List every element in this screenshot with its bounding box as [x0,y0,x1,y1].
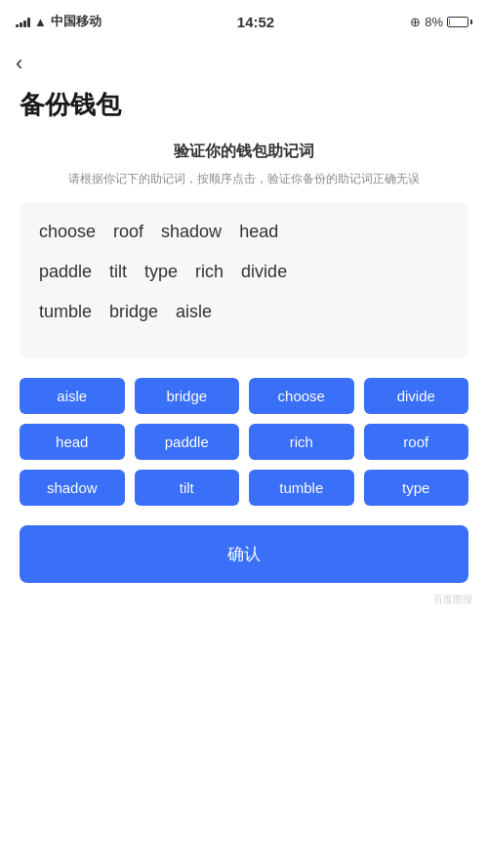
display-word-head: head [239,222,278,242]
display-word-tumble: tumble [39,302,92,322]
display-word-type: type [144,262,178,282]
status-right: ⊕ 8% [410,15,472,29]
confirm-button[interactable]: 确认 [20,525,468,583]
display-word-aisle: aisle [176,302,212,322]
word-display-row-2: paddle tilt type rich divide [39,262,449,282]
chip-paddle[interactable]: paddle [135,424,240,460]
confirm-btn-area: 确认 [20,525,468,583]
signal-icon [16,16,30,27]
word-display-row-3: tumble bridge aisle [39,302,449,322]
chips-area: aisle bridge choose divide head paddle r… [20,378,468,506]
display-word-bridge: bridge [109,302,158,322]
chips-grid: aisle bridge choose divide head paddle r… [20,378,468,506]
chip-tilt[interactable]: tilt [135,470,240,506]
chip-shadow[interactable]: shadow [20,470,125,506]
display-word-shadow: shadow [161,222,222,242]
battery-icon: ⊕ [410,15,421,29]
chip-rich[interactable]: rich [249,424,354,460]
section-desc: 请根据你记下的助记词，按顺序点击，验证你备份的助记词正确无误 [0,170,488,188]
display-word-divide: divide [241,262,287,282]
status-time: 14:52 [237,14,274,30]
display-word-paddle: paddle [39,262,92,282]
watermark: 百度图报 [0,583,488,616]
display-word-roof: roof [113,222,143,242]
status-carrier: ▲ 中国移动 [16,13,102,30]
display-word-choose: choose [39,222,96,242]
chip-type[interactable]: type [364,470,469,506]
chip-roof[interactable]: roof [364,424,469,460]
status-bar: ▲ 中国移动 14:52 ⊕ 8% [0,0,488,43]
chip-bridge[interactable]: bridge [135,378,240,414]
chip-aisle[interactable]: aisle [20,378,125,414]
word-display-box: choose roof shadow head paddle tilt type… [20,202,468,358]
display-word-tilt: tilt [109,262,127,282]
back-button[interactable]: ‹ [0,43,488,80]
chip-head[interactable]: head [20,424,125,460]
display-word-rich: rich [195,262,224,282]
chip-divide[interactable]: divide [364,378,469,414]
page-title: 备份钱包 [0,80,488,142]
chip-tumble[interactable]: tumble [249,470,354,506]
word-display-row-1: choose roof shadow head [39,222,449,242]
chip-choose[interactable]: choose [249,378,354,414]
section-title: 验证你的钱包助记词 [0,142,488,162]
wifi-icon: ▲ [34,15,47,29]
battery-visual [447,17,472,27]
